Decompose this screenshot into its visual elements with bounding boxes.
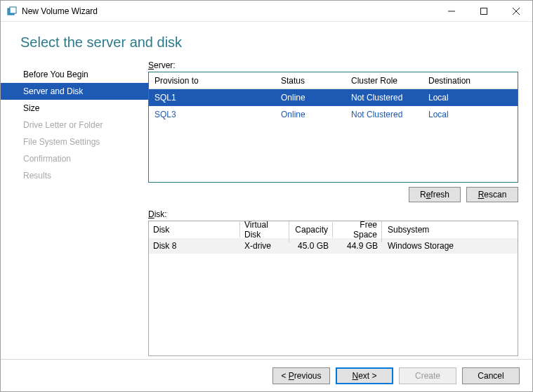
rescan-button[interactable]: Rescan (466, 187, 518, 202)
cell-provision: SQL3 (149, 107, 275, 122)
window-controls (435, 1, 532, 21)
cell-capacity: 45.0 GB (289, 239, 333, 253)
cell-subsystem: Windows Storage (382, 239, 518, 253)
col-destination[interactable]: Destination (423, 73, 518, 89)
titlebar: New Volume Wizard (1, 1, 532, 22)
col-subsystem[interactable]: Subsystem (382, 222, 518, 237)
create-button: Create (399, 367, 456, 384)
disk-list[interactable]: Disk Virtual Disk Capacity Free Space Su… (148, 221, 518, 356)
refresh-button[interactable]: Refresh (409, 187, 461, 202)
minimize-button[interactable] (435, 1, 468, 21)
server-row[interactable]: SQL3 Online Not Clustered Local (149, 106, 518, 123)
cell-provision: SQL1 (149, 90, 275, 105)
heading-area: Select the server and disk (1, 22, 532, 58)
server-label: Server: (148, 60, 518, 70)
server-list[interactable]: Provision to Status Cluster Role Destina… (148, 72, 518, 183)
cell-disk: Disk 8 (149, 239, 240, 253)
cancel-button[interactable]: Cancel (462, 367, 520, 384)
col-disk[interactable]: Disk (149, 222, 240, 237)
disk-list-header: Disk Virtual Disk Capacity Free Space Su… (149, 221, 518, 238)
sidebar-item-server-and-disk[interactable]: Server and Disk (1, 83, 148, 100)
col-status[interactable]: Status (275, 73, 346, 89)
cell-status: Online (275, 90, 346, 105)
server-buttons: Refresh Rescan (148, 187, 518, 202)
cell-destination: Local (423, 107, 518, 122)
cell-destination: Local (423, 90, 518, 105)
sidebar-item-file-system: File System Settings (1, 133, 148, 150)
sidebar-item-drive-letter: Drive Letter or Folder (1, 117, 148, 133)
sidebar-item-confirmation: Confirmation (1, 150, 148, 167)
svg-rect-3 (481, 8, 487, 14)
disk-row[interactable]: Disk 8 X-drive 45.0 GB 44.9 GB Windows S… (149, 238, 518, 254)
cell-free-space: 44.9 GB (333, 239, 382, 253)
col-provision[interactable]: Provision to (149, 73, 275, 89)
cell-cluster: Not Clustered (346, 90, 423, 105)
sidebar-item-before-you-begin[interactable]: Before You Begin (1, 66, 148, 83)
cell-cluster: Not Clustered (346, 107, 423, 122)
cell-status: Online (275, 107, 346, 122)
maximize-button[interactable] (468, 1, 500, 21)
page-title: Select the server and disk (20, 34, 532, 51)
sidebar-item-size[interactable]: Size (1, 100, 148, 117)
main-content: Server: Provision to Status Cluster Role… (148, 58, 518, 359)
server-row[interactable]: SQL1 Online Not Clustered Local (149, 89, 518, 106)
wizard-footer: < Previous Next > Create Cancel (1, 359, 532, 391)
next-button[interactable]: Next > (336, 367, 393, 384)
sidebar-item-results: Results (1, 167, 148, 184)
col-cluster[interactable]: Cluster Role (346, 73, 423, 89)
col-capacity[interactable]: Capacity (289, 222, 333, 237)
window-title: New Volume Wizard (22, 6, 435, 16)
server-list-header: Provision to Status Cluster Role Destina… (149, 72, 518, 89)
app-icon (6, 6, 18, 17)
previous-button[interactable]: < Previous (272, 367, 330, 384)
svg-rect-1 (10, 7, 16, 13)
cell-virtual-disk: X-drive (240, 239, 289, 253)
close-button[interactable] (500, 1, 532, 21)
disk-label: Disk: (148, 209, 518, 219)
wizard-sidebar: Before You Begin Server and Disk Size Dr… (1, 58, 148, 359)
